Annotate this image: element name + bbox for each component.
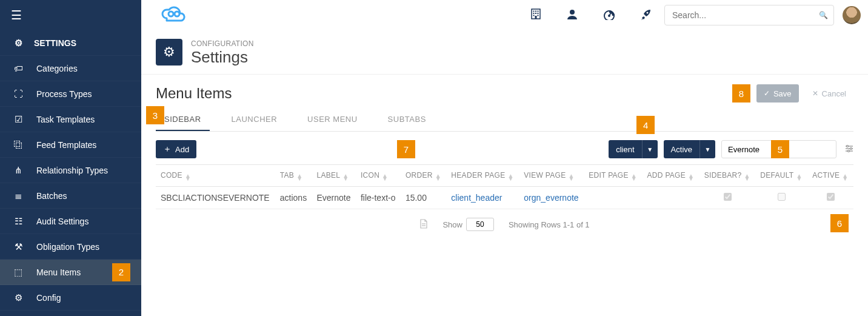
callout-3: 3 [146,106,164,124]
tab-user-menu[interactable]: USER MENU [299,109,366,131]
rocket-icon[interactable] [640,8,652,23]
callout-7: 7 [397,140,415,158]
sidebar-checkbox [724,193,732,201]
sort-icon[interactable]: ▲▼ [342,174,349,180]
svg-rect-7 [535,13,536,14]
sort-icon[interactable]: ▲▼ [296,174,302,180]
check-icon: ✓ [764,89,770,98]
svg-rect-10 [538,15,539,16]
search-input[interactable] [664,5,834,25]
col-add-page[interactable]: ADD PAGE▲▼ [643,165,699,187]
check-square-icon: ☑ [11,114,25,125]
header-page-link[interactable]: client_header [451,193,502,203]
gear-icon: ⚙ [156,39,182,66]
hamburger-icon[interactable]: ☰ [11,8,22,22]
sort-icon[interactable]: ▲▼ [185,174,191,180]
table-row[interactable]: SBCLIACTIONSEVERNOTEactionsEvernotefile-… [156,187,853,209]
avatar[interactable] [843,6,861,24]
topbar: ☰ 🔍 [0,0,868,30]
status-dropdown[interactable]: Active ▼ [664,140,715,158]
save-button[interactable]: ✓ Save [756,84,799,103]
sidebar-item-label: Task Templates [36,115,95,124]
sidebar-item-label: Config [36,293,61,303]
sidebar-item-relationship-types[interactable]: ⋔Relationship Types [0,158,141,183]
sitemap-icon: ⛶ [11,89,25,99]
dashboard-icon[interactable] [603,8,616,23]
sidebar-item-config[interactable]: ⚙Config [0,285,141,311]
svg-rect-5 [538,10,539,12]
toolbar: ＋ Add 7 client ▼ 4 Active ▼ [156,140,853,158]
show-label: Show [442,220,462,229]
svg-point-21 [848,150,850,152]
col-sidebar-[interactable]: SIDEBAR?▲▼ [699,165,755,187]
sidebar-item-label: Audit Settings [36,217,88,226]
page-header: ⚙ CONFIGURATION Settings [141,30,868,75]
col-label[interactable]: LABEL▲▼ [312,165,355,187]
sort-icon[interactable]: ▲▼ [568,174,574,180]
sidebar-item-batches[interactable]: ≣Batches [0,183,141,209]
sort-icon[interactable]: ▲▼ [796,174,802,180]
export-icon[interactable] [419,219,428,230]
sort-icon[interactable]: ▲▼ [435,174,441,180]
svg-point-19 [847,145,849,147]
col-edit-page[interactable]: EDIT PAGE▲▼ [584,165,642,187]
col-default[interactable]: DEFAULT▲▼ [755,165,807,187]
building-icon[interactable] [530,8,542,23]
sort-icon[interactable]: ▲▼ [688,174,694,180]
sidebar-item-obligation-types[interactable]: ⚒Obligation Types [0,234,141,260]
col-icon[interactable]: ICON▲▼ [356,165,401,187]
col-tab[interactable]: TAB▲▼ [275,165,312,187]
active-checkbox [827,193,835,201]
sidebar: ⚙ SETTINGS 🏷Categories⛶Process Types☑Tas… [0,30,141,316]
chevron-down-icon[interactable]: ▼ [699,140,715,158]
scope-dropdown[interactable]: client ▼ [609,140,657,158]
svg-rect-4 [535,10,536,12]
section-title: Menu Items [156,85,232,102]
sort-icon[interactable]: ▲▼ [842,174,848,180]
gear-icon: ⚙ [11,38,25,49]
tags-icon: 🏷 [11,63,25,73]
col-order[interactable]: ORDER▲▼ [401,165,446,187]
col-view-page[interactable]: VIEW PAGE▲▼ [519,165,584,187]
sidebar-item-feed-templates[interactable]: ⿻Feed Templates [0,132,141,158]
add-button[interactable]: ＋ Add [156,140,196,158]
cog-icon: ⚙ [11,292,25,303]
col-active[interactable]: ACTIVE▲▼ [807,165,853,187]
callout-5: 5 [771,140,789,158]
sidebar-header[interactable]: ⚙ SETTINGS [0,30,141,56]
sidebar-item-audit-settings[interactable]: ☷Audit Settings [0,209,141,234]
svg-rect-11 [535,16,537,19]
gavel-icon: ⚒ [11,241,25,252]
cancel-button[interactable]: ✕ Cancel [805,84,853,103]
view-page-link[interactable]: orgn_evernote [524,193,578,203]
main: ⚙ CONFIGURATION Settings Menu Items 8 ✓ … [141,30,868,316]
sort-icon[interactable]: ▲▼ [382,174,388,180]
sidebar-item-process-types[interactable]: ⛶Process Types [0,81,141,107]
sidebar-item-task-templates[interactable]: ☑Task Templates [0,107,141,132]
col-header-page[interactable]: HEADER PAGE▲▼ [446,165,519,187]
col-code[interactable]: CODE▲▼ [156,165,275,187]
user-icon[interactable] [566,8,578,23]
plus-icon: ＋ [163,144,172,155]
sidebar-item-menu-items[interactable]: ⬚Menu Items2 [0,260,141,285]
sidebar-item-label: Batches [36,191,67,201]
svg-rect-9 [533,15,535,16]
callout-4: 4 [636,116,655,134]
tab-launcher[interactable]: LAUNCHER [223,109,286,131]
sort-icon[interactable]: ▲▼ [631,174,637,180]
copy-icon: ⿻ [11,140,25,150]
svg-point-1 [175,12,179,16]
sliders-icon[interactable] [845,144,853,155]
sort-icon[interactable]: ▲▼ [744,174,750,180]
tab-subtabs[interactable]: SUBTABS [379,109,435,131]
sidebar-item-label: Relationship Types [36,166,108,175]
pager-status: Showing Rows 1-1 of 1 [509,220,590,229]
sort-icon[interactable]: ▲▼ [507,174,513,180]
page-size-select[interactable] [466,218,494,231]
default-checkbox [778,193,786,201]
chevron-down-icon[interactable]: ▼ [642,140,658,158]
list-icon: ☷ [11,216,25,227]
sidebar-item-label: Menu Items [36,267,81,277]
callout-2: 2 [112,263,130,281]
sidebar-item-categories[interactable]: 🏷Categories [0,56,141,81]
